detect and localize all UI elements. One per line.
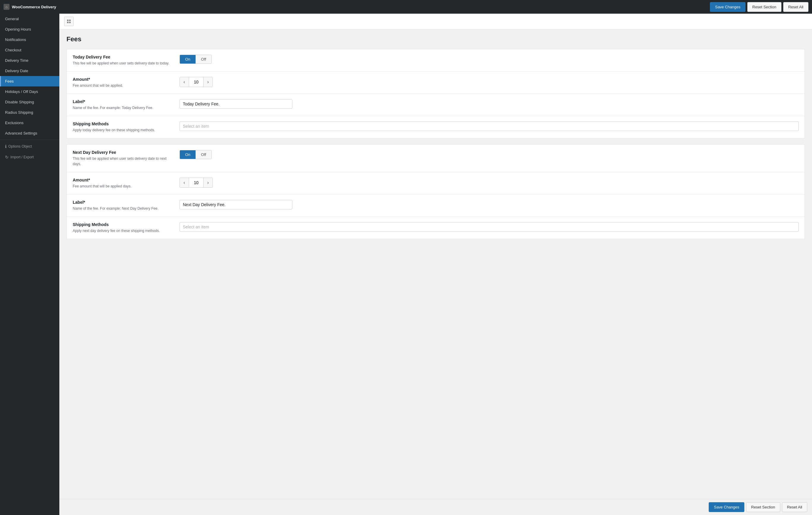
top-bar-actions: Save Changes Reset Section Reset All [710, 2, 808, 12]
refresh-icon: ↻ [5, 155, 9, 160]
sidebar-item-holidays[interactable]: Holidays / Off Days [0, 86, 59, 97]
bottom-bar: Save Changes Reset Section Reset All [59, 499, 812, 515]
sidebar-label-opening-hours: Opening Hours [5, 27, 31, 31]
grid-icon [67, 19, 71, 24]
nextday-fee-desc: This fee will be applied when user sets … [73, 156, 174, 167]
today-fee-toggle: On Off [179, 55, 212, 64]
today-amount-stepper: ‹ › [179, 77, 213, 87]
today-amount-control: ‹ › [179, 77, 799, 87]
today-amount-desc: Fee amount that will be applied. [73, 83, 174, 88]
content-toolbar [59, 13, 812, 29]
today-amount-decrement[interactable]: ‹ [180, 77, 189, 87]
nextday-shipping-select-wrapper: Select an item [179, 222, 799, 232]
sidebar-item-checkout[interactable]: Checkout [0, 45, 59, 55]
sidebar-item-disable-shipping[interactable]: Disable Shipping [0, 97, 59, 107]
today-fee-toggle-on[interactable]: On [180, 55, 196, 63]
next-day-delivery-fee-section: Next Day Delivery Fee This fee will be a… [66, 144, 805, 239]
nextday-shipping-desc: Apply next day delivery fee on these shi… [73, 228, 174, 234]
nextday-label-control [179, 200, 799, 209]
today-amount-row: Amount* Fee amount that will be applied.… [67, 72, 805, 94]
nextday-shipping-select[interactable]: Select an item [179, 222, 799, 232]
today-label-input[interactable] [179, 99, 292, 109]
app-wrapper: ⌂ WooCommerce Delivery Save Changes Rese… [0, 0, 812, 515]
sidebar-divider [0, 140, 59, 140]
today-label-desc: Name of the fee. For example: Today Deli… [73, 105, 174, 110]
nextday-fee-toggle: On Off [179, 150, 212, 159]
sidebar-item-general[interactable]: General [0, 13, 59, 24]
reset-all-button-top[interactable]: Reset All [783, 2, 808, 12]
reset-all-button-bottom[interactable]: Reset All [782, 502, 807, 512]
sidebar-label-exclusions: Exclusions [5, 120, 24, 125]
sidebar-label-advanced-settings: Advanced Settings [5, 131, 37, 135]
today-label-row: Label* Name of the fee. For example: Tod… [67, 94, 805, 116]
reset-section-button-top[interactable]: Reset Section [747, 2, 781, 12]
today-amount-title: Amount* [73, 77, 174, 82]
sidebar-item-import-export[interactable]: ↻ Import / Export [0, 152, 59, 162]
today-fee-toggle-row: Today Delivery Fee This fee will be appl… [67, 49, 805, 72]
nextday-fee-title: Next Day Delivery Fee [73, 150, 174, 155]
svg-rect-3 [69, 22, 70, 23]
today-fee-label-area: Today Delivery Fee This fee will be appl… [73, 55, 174, 66]
today-label-title: Label* [73, 99, 174, 104]
sidebar-label-holidays: Holidays / Off Days [5, 89, 38, 94]
nextday-amount-row: Amount* Fee amount that will be applied … [67, 172, 805, 194]
today-fee-toggle-off[interactable]: Off [196, 55, 211, 63]
today-amount-label-area: Amount* Fee amount that will be applied. [73, 77, 174, 88]
sidebar-item-delivery-time[interactable]: Delivery Time [0, 55, 59, 65]
sidebar-label-notifications: Notifications [5, 37, 26, 42]
reset-section-button-bottom[interactable]: Reset Section [746, 502, 780, 512]
nextday-amount-desc: Fee amount that will be applied days. [73, 184, 174, 189]
sidebar-item-options-object[interactable]: ℹ Options Object [0, 141, 59, 152]
sidebar-label-delivery-date: Delivery Date [5, 69, 28, 73]
today-shipping-select[interactable]: Select an item [179, 121, 799, 131]
sidebar-label-general: General [5, 17, 19, 21]
save-changes-button-bottom[interactable]: Save Changes [709, 502, 744, 512]
nextday-shipping-control: Select an item [179, 222, 799, 232]
sidebar-label-options-object: Options Object [8, 144, 32, 148]
sidebar-item-fees[interactable]: Fees [0, 76, 59, 86]
sidebar-item-advanced-settings[interactable]: Advanced Settings [0, 128, 59, 138]
nextday-shipping-label-area: Shipping Methods Apply next day delivery… [73, 222, 174, 234]
save-changes-button-top[interactable]: Save Changes [710, 2, 745, 12]
sidebar-item-exclusions[interactable]: Exclusions [0, 117, 59, 128]
nextday-amount-title: Amount* [73, 178, 174, 182]
sidebar-label-disable-shipping: Disable Shipping [5, 100, 34, 104]
today-fee-toggle-control: On Off [179, 55, 799, 64]
grid-view-button[interactable] [64, 17, 74, 26]
nextday-fee-toggle-row: Next Day Delivery Fee This fee will be a… [67, 145, 805, 172]
content-area: Fees Today Delivery Fee This fee will be… [59, 13, 812, 515]
nextday-label-input[interactable] [179, 200, 292, 209]
sidebar: General Opening Hours Notifications Chec… [0, 13, 59, 515]
nextday-amount-stepper: ‹ › [179, 178, 213, 188]
nextday-amount-input[interactable] [189, 178, 204, 187]
sidebar-item-opening-hours[interactable]: Opening Hours [0, 24, 59, 34]
sidebar-label-radius-shipping: Radius Shipping [5, 110, 33, 115]
svg-rect-2 [67, 22, 68, 23]
today-amount-input[interactable] [189, 77, 204, 87]
nextday-amount-label-area: Amount* Fee amount that will be applied … [73, 178, 174, 189]
page-content: Fees Today Delivery Fee This fee will be… [59, 29, 812, 499]
sidebar-label-fees: Fees [5, 79, 13, 83]
sidebar-label-checkout: Checkout [5, 48, 21, 52]
nextday-label-title: Label* [73, 200, 174, 205]
sidebar-item-radius-shipping[interactable]: Radius Shipping [0, 107, 59, 117]
sidebar-item-delivery-date[interactable]: Delivery Date [0, 65, 59, 76]
nextday-amount-decrement[interactable]: ‹ [180, 178, 189, 187]
nextday-amount-control: ‹ › [179, 178, 799, 188]
home-icon[interactable]: ⌂ [4, 4, 9, 10]
nextday-amount-increment[interactable]: › [204, 178, 212, 187]
nextday-label-desc: Name of the fee. For example: Next Day D… [73, 206, 174, 211]
main-layout: General Opening Hours Notifications Chec… [0, 13, 812, 515]
today-fee-desc: This fee will be applied when user sets … [73, 61, 174, 66]
nextday-fee-toggle-on[interactable]: On [180, 150, 196, 159]
today-shipping-control: Select an item [179, 121, 799, 131]
nextday-fee-label-area: Next Day Delivery Fee This fee will be a… [73, 150, 174, 167]
nextday-fee-toggle-off[interactable]: Off [196, 150, 211, 159]
nextday-label-label-area: Label* Name of the fee. For example: Nex… [73, 200, 174, 211]
today-label-label-area: Label* Name of the fee. For example: Tod… [73, 99, 174, 110]
today-amount-increment[interactable]: › [204, 77, 212, 87]
today-shipping-desc: Apply today delivery fee on these shippi… [73, 128, 174, 133]
nextday-shipping-row: Shipping Methods Apply next day delivery… [67, 217, 805, 239]
sidebar-item-notifications[interactable]: Notifications [0, 34, 59, 45]
info-icon: ℹ [5, 144, 6, 149]
